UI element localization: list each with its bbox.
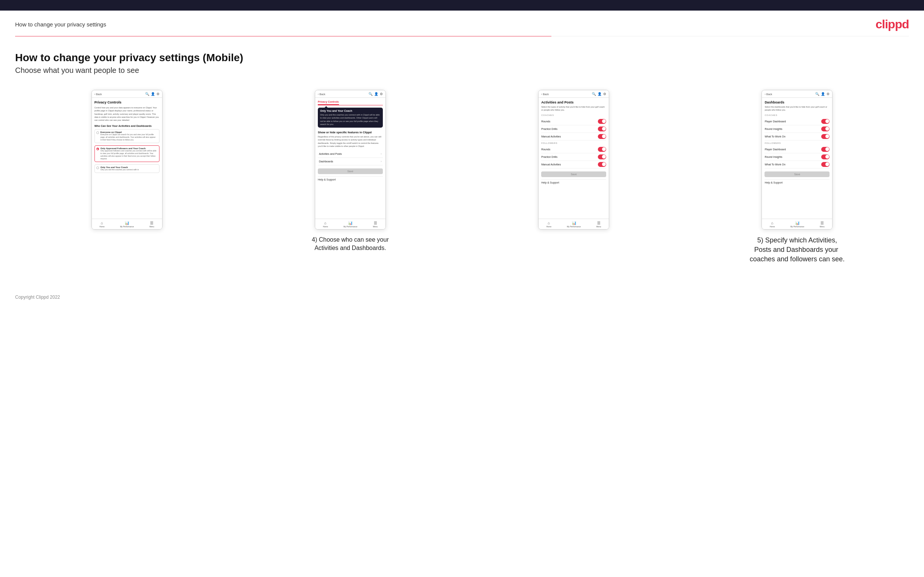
mockup-body-3: Activities and Posts Select the types of… <box>538 98 609 219</box>
mockup-body-2: Privacy Controls Only You and Your Coach… <box>315 98 386 219</box>
nav-performance-3[interactable]: 📊 My Performance <box>567 221 581 228</box>
toggle-player-dash-coach[interactable] <box>821 119 830 124</box>
toggle-round-insights-coach[interactable] <box>821 126 830 131</box>
toggle-rounds-coach[interactable] <box>598 119 606 124</box>
coaches-label-4: COACHES <box>764 114 830 116</box>
chevron-right-dashboards: › <box>381 160 382 163</box>
settings-icon-4[interactable]: ⚙ <box>827 92 830 96</box>
toggle-drills-follower[interactable] <box>598 155 606 160</box>
mobile-mockup-2: ‹ Back 🔍 👤 ⚙ Privacy Controls Only You a… <box>315 90 386 230</box>
menu-icon-4: ☰ <box>821 221 824 225</box>
mockup-topbar-2: ‹ Back 🔍 👤 ⚙ <box>315 90 386 98</box>
toggle-row-rounds-follower: Rounds <box>541 146 606 153</box>
logo: clippd <box>876 18 909 31</box>
help-section-3: Help & Support <box>541 179 606 184</box>
person-icon-4[interactable]: 👤 <box>821 92 825 96</box>
toggle-drills-coach[interactable] <box>598 126 606 131</box>
save-button-3[interactable]: Save <box>541 171 606 177</box>
settings-icon[interactable]: ⚙ <box>157 92 160 96</box>
radio-circle-everyone <box>96 131 99 134</box>
nav-performance-4[interactable]: 📊 My Performance <box>790 221 804 228</box>
back-button-3[interactable]: ‹ Back <box>541 93 549 95</box>
radio-option-approved[interactable]: Only Approved Followers and Your Coach O… <box>94 145 160 162</box>
person-icon-2[interactable]: 👤 <box>374 92 378 96</box>
toggle-what-work-follower[interactable] <box>821 162 830 167</box>
privacy-desc-1: Control how you and your data appears to… <box>94 106 160 122</box>
activities-posts-link[interactable]: Activities and Posts › <box>318 150 383 158</box>
nav-home-4[interactable]: ⌂ Home <box>770 221 775 228</box>
coaches-label-3: COACHES <box>541 114 606 116</box>
toggle-rounds-follower[interactable] <box>598 147 606 152</box>
dashboard-title-4: Dashboards <box>764 100 830 104</box>
toggle-what-work-coach[interactable] <box>821 134 830 139</box>
back-button-4[interactable]: ‹ Back <box>764 93 772 95</box>
search-icon-4[interactable]: 🔍 <box>815 92 819 96</box>
home-icon-2: ⌂ <box>324 221 326 225</box>
radio-circle-approved <box>96 148 99 150</box>
toggle-player-dash-follower[interactable] <box>821 147 830 152</box>
nav-home-2[interactable]: ⌂ Home <box>323 221 328 228</box>
home-icon-1: ⌂ <box>101 221 103 225</box>
tab-row-2: Privacy Controls <box>318 100 383 105</box>
toggle-row-manual-coach: Manual Activities <box>541 133 606 140</box>
show-hide-title-2: Show or hide specific features in Clippd <box>318 131 383 134</box>
toggle-manual-follower[interactable] <box>598 162 606 167</box>
mockup-bottomnav-4: ⌂ Home 📊 My Performance ☰ Menu <box>762 219 832 229</box>
page-heading: How to change your privacy settings (Mob… <box>15 52 909 64</box>
screen-section-4: ‹ Back 🔍 👤 ⚙ Dashboards Select the dashb… <box>685 90 909 264</box>
back-button-1[interactable]: ‹ Back <box>94 93 102 95</box>
toggle-row-player-dash-coach: Player Dashboard <box>764 118 830 126</box>
save-button-4[interactable]: Save <box>764 171 830 177</box>
section-heading-1: Who Can See Your Activities and Dashboar… <box>94 125 160 127</box>
person-icon-3[interactable]: 👤 <box>598 92 602 96</box>
search-icon[interactable]: 🔍 <box>145 92 149 96</box>
radio-sublabel-everyone: Everyone on Clippd can search for you an… <box>100 133 158 141</box>
toggle-row-round-insights-coach: Round Insights <box>764 126 830 133</box>
tooltip-title-2: Only You and Your Coach <box>320 110 381 112</box>
nav-performance-1[interactable]: 📊 My Performance <box>120 221 134 228</box>
toggle-row-rounds-coach: Rounds <box>541 118 606 126</box>
nav-menu-1[interactable]: ☰ Menu <box>150 221 155 228</box>
back-button-2[interactable]: ‹ Back <box>318 93 325 95</box>
settings-icon-3[interactable]: ⚙ <box>603 92 606 96</box>
search-icon-3[interactable]: 🔍 <box>592 92 596 96</box>
act-desc-3: Select the types of activity that you'd … <box>541 105 606 112</box>
toggle-round-insights-follower[interactable] <box>821 155 830 160</box>
tab-privacy-controls[interactable]: Privacy Controls <box>318 100 339 105</box>
mockup-bottomnav-3: ⌂ Home 📊 My Performance ☰ Menu <box>538 219 609 229</box>
settings-icon-2[interactable]: ⚙ <box>380 92 383 96</box>
search-icon-2[interactable]: 🔍 <box>368 92 373 96</box>
nav-home-3[interactable]: ⌂ Home <box>546 221 551 228</box>
mockup-body-4: Dashboards Select the dashboards that yo… <box>762 98 832 219</box>
nav-menu-2[interactable]: ☰ Menu <box>373 221 378 228</box>
nav-home-1[interactable]: ⌂ Home <box>99 221 104 228</box>
copyright-text: Copyright Clippd 2022 <box>15 295 60 300</box>
home-icon-4: ⌂ <box>771 221 774 225</box>
mobile-mockup-3: ‹ Back 🔍 👤 ⚙ Activities and Posts Select… <box>538 90 609 230</box>
nav-performance-2[interactable]: 📊 My Performance <box>344 221 357 228</box>
nav-menu-3[interactable]: ☰ Menu <box>596 221 601 228</box>
help-section-4: Help & Support <box>764 179 830 184</box>
person-icon[interactable]: 👤 <box>151 92 155 96</box>
dashboards-link[interactable]: Dashboards › <box>318 158 383 165</box>
mockup-body-1: Privacy Controls Control how you and you… <box>92 98 162 219</box>
mobile-mockup-4: ‹ Back 🔍 👤 ⚙ Dashboards Select the dashb… <box>761 90 832 230</box>
radio-option-everyone[interactable]: Everyone on Clippd Everyone on Clippd ca… <box>94 129 160 143</box>
caption-5: 5) Specify which Activities, Posts and D… <box>748 235 846 264</box>
mockup-topbar-1: ‹ Back 🔍 👤 ⚙ <box>92 90 162 98</box>
mockup-topbar-4: ‹ Back 🔍 👤 ⚙ <box>762 90 832 98</box>
tooltip-box-2: Only You and Your Coach Only you and the… <box>318 108 383 127</box>
dashboard-desc-4: Select the dashboards that you'd like to… <box>764 105 830 112</box>
show-hide-desc-2: Regardless of the privacy controls that … <box>318 135 383 148</box>
screenshots-row: ‹ Back 🔍 👤 ⚙ Privacy Controls Control ho… <box>15 90 909 264</box>
menu-icon-2: ☰ <box>374 221 377 225</box>
toggle-row-what-work-coach: What To Work On <box>764 133 830 140</box>
caption-text-5: 5) Specify which Activities, Posts and D… <box>748 235 846 264</box>
radio-option-only-you[interactable]: Only You and Your Coach Only you and the… <box>94 164 160 173</box>
screen-section-3: ‹ Back 🔍 👤 ⚙ Activities and Posts Select… <box>462 90 685 230</box>
nav-menu-4[interactable]: ☰ Menu <box>820 221 825 228</box>
save-button-2[interactable]: Save <box>318 168 383 174</box>
toggle-manual-coach[interactable] <box>598 134 606 139</box>
followers-label-3: FOLLOWERS <box>541 142 606 144</box>
performance-icon-1: 📊 <box>125 221 129 225</box>
